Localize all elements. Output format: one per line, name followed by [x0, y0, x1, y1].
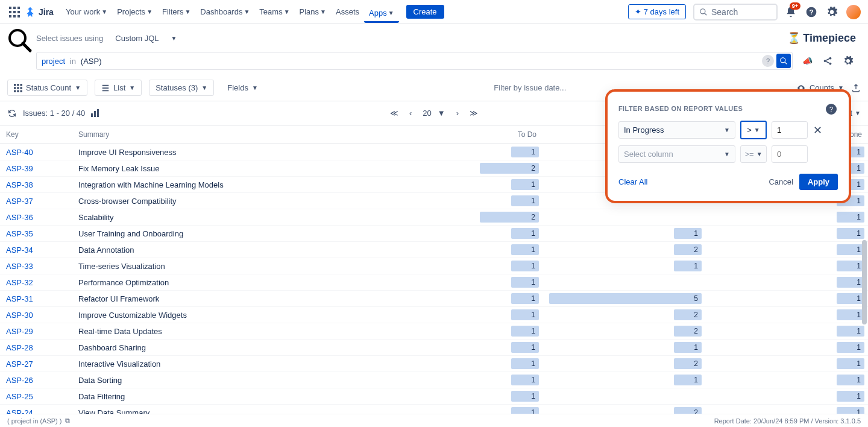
filter-value-input[interactable]: [772, 121, 808, 139]
issue-key[interactable]: ASP-34: [0, 242, 72, 258]
svg-line-14: [23, 43, 30, 51]
global-search-input[interactable]: Search: [693, 4, 778, 21]
jql-text: project in (ASP): [42, 57, 762, 66]
done-cell: 1: [705, 242, 868, 258]
app-switcher-icon[interactable]: [7, 5, 22, 19]
todo-cell: 1: [380, 226, 542, 242]
scrollbar[interactable]: [862, 240, 867, 324]
issue-key[interactable]: ASP-27: [0, 356, 72, 372]
issue-summary: Data Filtering: [72, 388, 380, 405]
inprogress-cell: 1: [542, 226, 705, 242]
apply-button[interactable]: Apply: [799, 174, 838, 190]
svg-rect-3: [9, 11, 11, 13]
todo-cell: 1: [380, 356, 542, 372]
todo-cell: 1: [380, 258, 542, 274]
notifications-icon[interactable]: 9+: [784, 5, 798, 19]
issue-key[interactable]: ASP-25: [0, 388, 72, 405]
table-row: ASP-33Time-series Visualization111: [0, 258, 868, 274]
timepiece-magnifier-icon: [5, 27, 33, 54]
inprogress-cell: 1: [542, 372, 705, 388]
done-cell: 1: [705, 226, 868, 242]
issue-key[interactable]: ASP-33: [0, 258, 72, 274]
page-size-select[interactable]: 20▼: [423, 109, 445, 118]
issue-key[interactable]: ASP-40: [0, 144, 72, 160]
list-button[interactable]: List▼: [95, 80, 142, 96]
issue-key[interactable]: ASP-35: [0, 226, 72, 242]
page-prev-icon[interactable]: ‹: [409, 109, 412, 118]
filter-column-select[interactable]: In Progress▼: [618, 121, 735, 139]
nav-dashboards[interactable]: Dashboards ▼: [195, 5, 254, 19]
nav-projects[interactable]: Projects ▼: [112, 5, 157, 19]
filter-operator-select-2[interactable]: >=▼: [740, 145, 767, 163]
settings-icon[interactable]: [825, 5, 839, 19]
fields-button[interactable]: Fields▼: [221, 80, 264, 95]
svg-rect-22: [14, 84, 16, 86]
share-icon[interactable]: [822, 55, 833, 66]
svg-rect-34: [91, 113, 93, 117]
top-nav: Jira Your work ▼Projects ▼Filters ▼Dashb…: [0, 0, 868, 24]
page-next-icon[interactable]: ›: [456, 109, 459, 118]
svg-rect-7: [13, 15, 16, 17]
jql-mode-select[interactable]: Custom JQL▼: [109, 31, 183, 45]
jql-input[interactable]: project in (ASP) ?: [36, 52, 793, 70]
issue-key[interactable]: ASP-38: [0, 177, 72, 193]
issue-key[interactable]: ASP-26: [0, 372, 72, 388]
status-count-button[interactable]: Status Count▼: [7, 80, 87, 96]
nav-plans[interactable]: Plans ▼: [295, 5, 331, 19]
issue-summary: Cross-browser Compatibility: [72, 193, 380, 209]
col-key[interactable]: Key: [0, 125, 72, 144]
nav-assets[interactable]: Assets: [331, 5, 364, 19]
issue-key[interactable]: ASP-37: [0, 193, 72, 209]
issue-key[interactable]: ASP-32: [0, 274, 72, 291]
nav-filters[interactable]: Filters ▼: [157, 5, 195, 19]
svg-rect-1: [13, 7, 16, 9]
help-icon[interactable]: ?: [804, 5, 819, 19]
cancel-button[interactable]: Cancel: [763, 174, 799, 190]
filter-column-select-2[interactable]: Select column▼: [618, 145, 735, 163]
inprogress-cell: [542, 388, 705, 405]
table-row: ASP-36Scalability21: [0, 209, 868, 226]
jira-logo[interactable]: Jira: [24, 6, 54, 18]
table-row: ASP-32Performance Optimization11: [0, 274, 868, 291]
col-summary[interactable]: Summary: [72, 125, 380, 144]
page-last-icon[interactable]: ≫: [470, 109, 478, 118]
nav-teams[interactable]: Teams ▼: [254, 5, 294, 19]
issue-summary: Interactive Visualization: [72, 356, 380, 372]
jql-run-button[interactable]: [776, 54, 791, 68]
svg-rect-29: [17, 90, 19, 92]
nav-your-work[interactable]: Your work ▼: [61, 5, 112, 19]
filter-operator-select[interactable]: >▼: [740, 121, 767, 139]
inprogress-cell: 5: [542, 291, 705, 307]
announce-icon[interactable]: 📣: [802, 56, 813, 66]
issue-key[interactable]: ASP-29: [0, 323, 72, 340]
todo-cell: 1: [380, 193, 542, 209]
filter-row-1: In Progress▼ >▼ ✕: [618, 121, 838, 139]
page-first-icon[interactable]: ≪: [390, 109, 398, 118]
filter-value-input-2[interactable]: [772, 145, 808, 163]
filter-row-remove-icon[interactable]: ✕: [813, 124, 822, 137]
chart-toggle-icon[interactable]: [90, 109, 99, 118]
nav-apps[interactable]: Apps ▼: [364, 6, 399, 23]
user-avatar[interactable]: [846, 5, 861, 19]
statuses-button[interactable]: Statuses (3)▼: [149, 80, 214, 96]
popover-help-icon[interactable]: ?: [826, 104, 837, 115]
svg-rect-24: [20, 84, 23, 86]
inprogress-cell: 2: [542, 356, 705, 372]
export-icon[interactable]: [851, 83, 861, 93]
col-todo[interactable]: To Do: [380, 125, 542, 144]
jql-help-icon[interactable]: ?: [762, 55, 774, 67]
inprogress-cell: [542, 209, 705, 226]
issue-key[interactable]: ASP-30: [0, 307, 72, 323]
create-button[interactable]: Create: [406, 5, 444, 19]
footer-open-icon[interactable]: ⧉: [65, 417, 70, 419]
issue-key[interactable]: ASP-36: [0, 209, 72, 226]
refresh-icon[interactable]: [7, 109, 17, 118]
trial-button[interactable]: ✦ 7 days left: [628, 4, 686, 19]
issue-key[interactable]: ASP-31: [0, 291, 72, 307]
clear-all-button[interactable]: Clear All: [618, 177, 647, 186]
issue-key[interactable]: ASP-39: [0, 160, 72, 177]
issue-key[interactable]: ASP-28: [0, 340, 72, 356]
table-row: ASP-31Refactor UI Framework151: [0, 291, 868, 307]
app-settings-icon[interactable]: [843, 55, 854, 66]
done-cell: 1: [705, 274, 868, 291]
